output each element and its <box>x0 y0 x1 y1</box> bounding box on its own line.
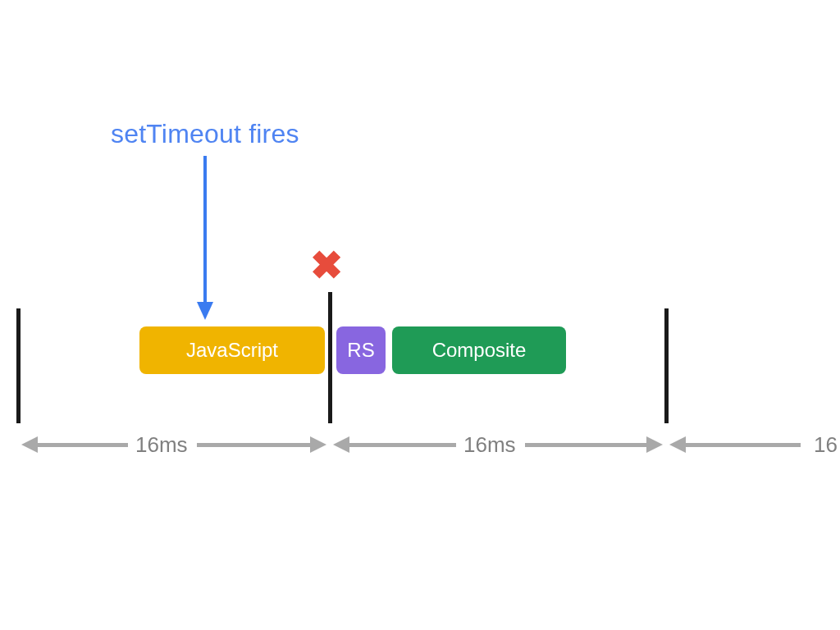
span2-label: 16ms <box>463 432 516 458</box>
span3-line-left <box>686 443 801 447</box>
annotation-settimeout-label: setTimeout fires <box>111 119 299 149</box>
span1-line-right <box>197 443 310 447</box>
block-composite: Composite <box>392 326 566 374</box>
span2-arrow-right <box>646 436 663 453</box>
span2-arrow-left <box>333 436 349 453</box>
block-label: RS <box>347 339 374 362</box>
block-rs: RS <box>336 326 386 374</box>
arrow-down-icon <box>197 156 213 320</box>
frame-tick-0 <box>16 308 21 423</box>
span1-line-left <box>38 443 128 447</box>
span2-line-left <box>349 443 456 447</box>
span1-arrow-right <box>310 436 326 453</box>
diagram-stage: setTimeout fires ✖ JavaScript RS Composi… <box>0 0 840 630</box>
svg-marker-1 <box>197 302 213 320</box>
block-label: JavaScript <box>186 339 278 362</box>
cross-icon: ✖ <box>310 246 343 285</box>
span3-arrow-left <box>669 436 686 453</box>
frame-tick-2 <box>664 308 669 423</box>
span2-line-right <box>525 443 646 447</box>
frame-tick-1 <box>328 292 332 423</box>
block-javascript: JavaScript <box>139 326 325 374</box>
span1-arrow-left <box>21 436 38 453</box>
block-label: Composite <box>432 339 527 362</box>
span1-label: 16ms <box>135 432 188 458</box>
span3-label-partial: 16 <box>814 432 838 458</box>
